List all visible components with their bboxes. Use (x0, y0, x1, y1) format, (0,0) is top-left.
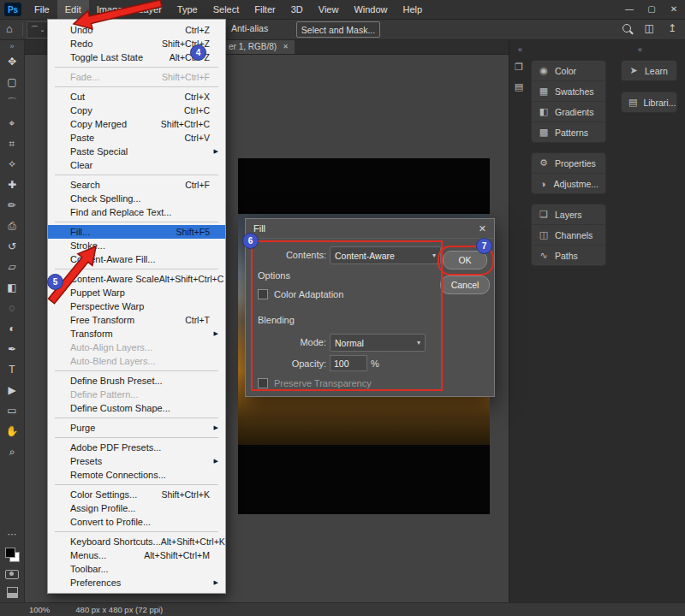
menubar-item-edit[interactable]: Edit (57, 0, 89, 19)
object-selection-tool[interactable]: ⌖ (3, 117, 21, 129)
opacity-input[interactable] (330, 355, 367, 371)
menu-item-fill[interactable]: Fill... Shift+F5 (48, 225, 225, 239)
panel-tab-libraries[interactable]: ▤ Librari... (621, 92, 677, 113)
blur-tool[interactable]: ◌ (3, 302, 21, 314)
menu-item-free-transform[interactable]: Free Transform Ctrl+T (48, 313, 225, 327)
color-swatches[interactable] (5, 548, 20, 562)
menu-item-auto-align-layers[interactable]: Auto-Align Layers... (48, 341, 225, 354)
panel-tab-learn[interactable]: ➤ Learn (621, 60, 677, 81)
edit-menu-item[interactable] (55, 269, 218, 270)
menu-item-transform[interactable]: Transform ▶ (48, 327, 225, 341)
menu-item-remote-connections[interactable]: Remote Connections... (48, 468, 225, 482)
menu-item-toolbar[interactable]: Toolbar... (48, 562, 225, 576)
menu-item-perspective-warp[interactable]: Perspective Warp (48, 299, 225, 313)
move-tool[interactable]: ✥ (3, 56, 21, 68)
menu-item-check-spelling[interactable]: Check Spelling... (48, 192, 225, 205)
menu-item-convert-to-profile[interactable]: Convert to Profile... (48, 515, 225, 529)
menu-item-cut[interactable]: Cut Ctrl+X (48, 90, 225, 104)
panel-tab-channels[interactable]: ◫ Channels (532, 225, 605, 246)
document-tab[interactable]: er 1, RGB/8) ✕ (223, 39, 295, 54)
quick-mask-icon[interactable] (5, 570, 19, 579)
menu-item-paste-special[interactable]: Paste Special ▶ (48, 145, 225, 158)
menu-item-adobe-pdf-presets[interactable]: Adobe PDF Presets... (48, 441, 225, 454)
edit-menu-item[interactable] (55, 370, 218, 371)
panel-tab-patterns[interactable]: ▩ Patterns (532, 122, 605, 142)
minimize-button[interactable]: — (618, 0, 640, 19)
menu-item-preferences[interactable]: Preferences ▶ (48, 576, 225, 589)
menu-item-copy-merged[interactable]: Copy Merged Shift+Ctrl+C (48, 117, 225, 131)
mode-dropdown[interactable]: Normal ▾ (330, 334, 426, 352)
panel-tab-adjustments[interactable]: ◑ Adjustme... (532, 174, 605, 193)
workspace-switcher-icon[interactable]: ◫ (645, 22, 654, 34)
menu-item-content-aware-scale[interactable]: Content-Aware Scale Alt+Shift+Ctrl+C (48, 272, 225, 286)
healing-brush-tool[interactable]: ✚ (3, 179, 21, 191)
close-button[interactable]: ✕ (663, 0, 685, 19)
history-brush-tool[interactable]: ↺ (3, 240, 21, 252)
panel-tab-color[interactable]: ◉ Color (532, 61, 605, 81)
menu-item-copy[interactable]: Copy Ctrl+C (48, 104, 225, 117)
menu-item-redo[interactable]: Redo Shift+Ctrl+Z (48, 37, 225, 50)
menu-item-clear[interactable]: Clear (48, 158, 225, 172)
edit-menu-item[interactable] (55, 437, 218, 438)
ok-button[interactable]: OK (443, 251, 487, 270)
panel-tab-layers[interactable]: ❏ Layers (532, 204, 605, 225)
search-icon[interactable] (622, 24, 631, 33)
foreground-color-swatch[interactable] (5, 548, 15, 558)
menubar-item-filter[interactable]: Filter (247, 0, 283, 19)
dodge-tool[interactable]: ◐ (3, 323, 21, 335)
zoom-tool[interactable]: ⌕ (3, 446, 21, 458)
screen-mode-icon[interactable] (7, 587, 18, 598)
gradient-tool[interactable]: ◧ (3, 281, 21, 293)
marquee-tool[interactable]: ▢ (3, 76, 21, 88)
edit-menu-item[interactable] (55, 531, 218, 532)
menu-item-auto-blend-layers[interactable]: Auto-Blend Layers... (48, 354, 225, 368)
cancel-button[interactable]: Cancel (440, 275, 490, 294)
maximize-button[interactable]: ▢ (640, 0, 663, 19)
eyedropper-tool[interactable]: ✧ (3, 158, 21, 170)
menu-item-content-aware-fill[interactable]: Content-Aware Fill... (48, 252, 225, 266)
menubar-item-file[interactable]: File (27, 0, 57, 19)
menu-item-color-settings[interactable]: Color Settings... Shift+Ctrl+K (48, 488, 225, 501)
menubar-item-type[interactable]: Type (170, 0, 206, 19)
menu-item-undo[interactable]: Undo Ctrl+Z (48, 23, 225, 37)
rectangle-tool[interactable]: ▭ (3, 405, 21, 417)
home-icon[interactable]: ⌂ (6, 22, 13, 35)
collapsed-panel-icon-1[interactable]: ❐ (515, 62, 523, 73)
brush-tool[interactable]: ✏ (3, 199, 21, 211)
menu-item-paste[interactable]: Paste Ctrl+V (48, 131, 225, 145)
dialog-close-icon[interactable]: ✕ (479, 223, 486, 234)
edit-menu-item[interactable] (55, 418, 218, 418)
panel-tab-gradients[interactable]: ◧ Gradients (532, 102, 605, 122)
menu-item-presets[interactable]: Presets ▶ (48, 454, 225, 468)
crop-tool[interactable]: ⌗ (3, 138, 21, 150)
path-selection-tool[interactable]: ▶ (3, 384, 21, 396)
menubar-item-help[interactable]: Help (396, 0, 431, 19)
edit-menu-item[interactable] (55, 222, 218, 222)
menu-item-assign-profile[interactable]: Assign Profile... (48, 501, 225, 515)
menubar-item-window[interactable]: Window (346, 0, 395, 19)
eraser-tool[interactable]: ▱ (3, 261, 21, 273)
menu-item-keyboard-shortcuts[interactable]: Keyboard Shortcuts... Alt+Shift+Ctrl+K (48, 535, 225, 548)
panel-tab-swatches[interactable]: ▦ Swatches (532, 81, 605, 102)
edit-menu-item[interactable] (55, 484, 218, 485)
color-adaptation-checkbox[interactable] (258, 289, 268, 299)
edit-menu-item[interactable] (55, 175, 218, 175)
select-and-mask-button[interactable]: Select and Mask... (296, 21, 380, 38)
zoom-level[interactable]: 100% (29, 605, 50, 614)
edit-toolbar-icon[interactable]: ⋯ (8, 529, 17, 540)
edit-menu-item[interactable] (55, 67, 218, 68)
menu-item-purge[interactable]: Purge ▶ (48, 421, 225, 435)
tool-preset-picker[interactable]: ⌒ ⌄ (27, 21, 49, 38)
menubar-item-view[interactable]: View (311, 0, 347, 19)
clone-stamp-tool[interactable]: ⎙ (3, 220, 21, 232)
tab-close-icon[interactable]: ✕ (283, 43, 289, 50)
menu-item-define-pattern[interactable]: Define Pattern... (48, 388, 225, 401)
menu-item-define-brush-preset[interactable]: Define Brush Preset... (48, 374, 225, 388)
dock-collapse-chevron[interactable]: « (518, 45, 522, 54)
menu-item-stroke[interactable]: Stroke... (48, 239, 225, 252)
toolbar-collapse-chevron[interactable]: » (9, 42, 14, 50)
dialog-title-bar[interactable]: Fill ✕ (246, 219, 494, 239)
menu-item-toggle-last-state[interactable]: Toggle Last State Alt+Ctrl+Z (48, 50, 225, 64)
panel-tab-properties[interactable]: ⚙ Properties (532, 153, 605, 174)
pen-tool[interactable]: ✒ (3, 343, 21, 355)
